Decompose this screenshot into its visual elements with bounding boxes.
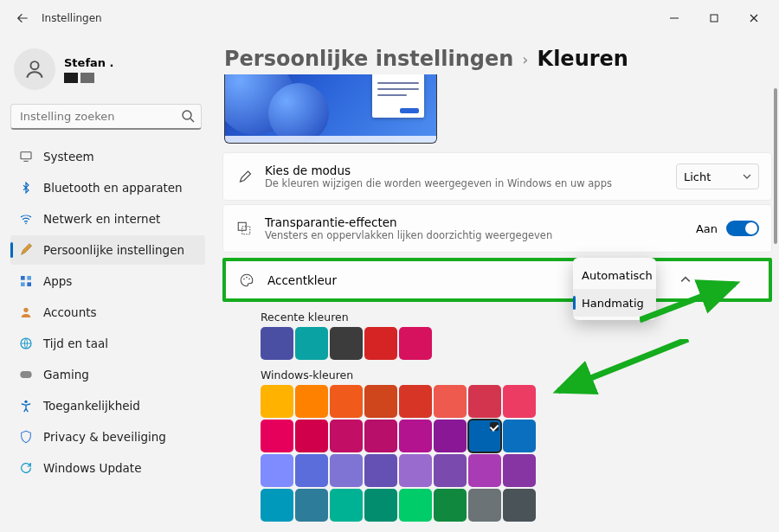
nav-list: SysteemBluetooth en apparatenNetwerk en … bbox=[10, 142, 205, 483]
profile-name: Stefan . bbox=[64, 56, 114, 69]
color-swatch[interactable] bbox=[503, 489, 536, 522]
sidebar-item-update[interactable]: Windows Update bbox=[10, 453, 205, 483]
color-swatch[interactable] bbox=[330, 489, 363, 522]
recent-colors-label: Recente kleuren bbox=[261, 311, 772, 324]
sidebar-item-privacy[interactable]: Privacy & beveiliging bbox=[10, 422, 205, 452]
minimize-button[interactable] bbox=[656, 6, 692, 30]
search-box[interactable] bbox=[10, 104, 202, 130]
color-swatch[interactable] bbox=[295, 454, 328, 487]
sidebar-item-personal[interactable]: Persoonlijke instellingen bbox=[10, 235, 205, 265]
title-bar: Instellingen bbox=[0, 0, 779, 36]
color-swatch[interactable] bbox=[261, 454, 293, 487]
color-swatch[interactable] bbox=[399, 454, 432, 487]
sidebar: Stefan . SysteemBluetooth en apparatenNe… bbox=[0, 36, 212, 532]
color-swatch[interactable] bbox=[330, 385, 363, 418]
sidebar-item-network[interactable]: Netwerk en internet bbox=[10, 204, 205, 234]
person-icon bbox=[19, 305, 33, 319]
color-swatch[interactable] bbox=[261, 327, 293, 360]
card-transparency[interactable]: Transparantie-effecten Vensters en opper… bbox=[222, 204, 772, 253]
color-swatch[interactable] bbox=[434, 420, 467, 452]
card-title: Accentkleur bbox=[267, 273, 337, 287]
person-icon bbox=[23, 58, 46, 80]
color-swatch[interactable] bbox=[261, 420, 293, 452]
maximize-button[interactable] bbox=[696, 6, 732, 30]
card-accent-color[interactable]: Accentkleur AutomatischHandmatig bbox=[222, 258, 772, 302]
color-swatch[interactable] bbox=[503, 385, 536, 418]
svg-rect-5 bbox=[21, 152, 31, 159]
recent-colors-row bbox=[261, 327, 615, 360]
scrollbar-thumb[interactable] bbox=[774, 88, 777, 244]
collapse-chevron[interactable] bbox=[680, 272, 691, 288]
color-swatch[interactable] bbox=[261, 385, 293, 418]
color-swatch[interactable] bbox=[295, 489, 328, 522]
color-swatch[interactable] bbox=[434, 454, 467, 487]
color-swatch[interactable] bbox=[295, 420, 328, 452]
color-swatch[interactable] bbox=[330, 420, 363, 452]
svg-line-4 bbox=[190, 119, 194, 122]
svg-point-18 bbox=[243, 278, 245, 279]
color-swatch[interactable] bbox=[468, 385, 501, 418]
chevron-right-icon: › bbox=[522, 50, 528, 68]
color-swatch[interactable] bbox=[399, 327, 432, 360]
color-swatch[interactable] bbox=[399, 385, 432, 418]
minimize-icon bbox=[670, 14, 679, 22]
search-icon bbox=[181, 109, 195, 126]
display-icon bbox=[19, 150, 33, 163]
search-input[interactable] bbox=[10, 104, 202, 130]
card-title: Transparantie-effecten bbox=[265, 215, 552, 229]
color-swatch[interactable] bbox=[399, 420, 432, 452]
card-title: Kies de modus bbox=[265, 163, 612, 177]
color-swatch[interactable] bbox=[330, 327, 363, 360]
sidebar-item-bt[interactable]: Bluetooth en apparaten bbox=[10, 173, 205, 202]
back-button[interactable] bbox=[7, 3, 38, 34]
color-swatch[interactable] bbox=[468, 489, 501, 522]
color-swatch[interactable] bbox=[468, 420, 501, 452]
sidebar-item-apps[interactable]: Apps bbox=[10, 266, 205, 296]
svg-rect-11 bbox=[27, 282, 31, 286]
color-swatch[interactable] bbox=[399, 489, 432, 522]
svg-point-7 bbox=[25, 223, 27, 225]
color-swatch[interactable] bbox=[434, 489, 467, 522]
sidebar-item-gaming[interactable]: Gaming bbox=[10, 360, 205, 389]
sidebar-item-label: Toegankelijkheid bbox=[43, 399, 140, 413]
brush-icon bbox=[235, 169, 253, 184]
mode-select-value: Licht bbox=[684, 170, 711, 183]
close-button[interactable] bbox=[736, 6, 772, 30]
svg-rect-9 bbox=[27, 276, 31, 280]
brush-icon bbox=[19, 243, 33, 257]
transparency-icon bbox=[235, 221, 253, 236]
color-swatch[interactable] bbox=[468, 454, 501, 487]
sidebar-item-accounts[interactable]: Accounts bbox=[10, 298, 205, 327]
card-choose-mode[interactable]: Kies de modus De kleuren wijzigen die wo… bbox=[222, 152, 772, 201]
windows-colors-grid bbox=[261, 385, 546, 522]
breadcrumb-parent[interactable]: Persoonlijke instellingen bbox=[224, 47, 513, 71]
color-swatch[interactable] bbox=[295, 385, 328, 418]
sidebar-item-access[interactable]: Toegankelijkheid bbox=[10, 391, 205, 420]
color-swatch[interactable] bbox=[364, 327, 397, 360]
main-panel: Persoonlijke instellingen › Kleuren Kies… bbox=[212, 36, 779, 532]
svg-rect-8 bbox=[21, 276, 25, 280]
color-swatch[interactable] bbox=[503, 420, 536, 452]
sidebar-item-time[interactable]: Tijd en taal bbox=[10, 329, 205, 358]
color-swatch[interactable] bbox=[364, 385, 397, 418]
windows-colors-label: Windows-kleuren bbox=[261, 369, 772, 381]
transparency-toggle[interactable] bbox=[726, 221, 759, 236]
color-swatch[interactable] bbox=[364, 454, 397, 487]
profile-block[interactable]: Stefan . bbox=[10, 43, 205, 100]
bluetooth-icon bbox=[19, 181, 33, 195]
accent-mode-dropdown: AutomatischHandmatig bbox=[573, 258, 656, 320]
color-swatch[interactable] bbox=[364, 489, 397, 522]
dropdown-option[interactable]: Automatisch bbox=[573, 261, 656, 289]
color-swatch[interactable] bbox=[295, 327, 328, 360]
color-swatch[interactable] bbox=[434, 385, 467, 418]
color-swatch[interactable] bbox=[503, 454, 536, 487]
sidebar-item-system[interactable]: Systeem bbox=[10, 142, 205, 171]
maximize-icon bbox=[710, 14, 718, 22]
mode-select[interactable]: Licht bbox=[676, 163, 759, 189]
color-swatch[interactable] bbox=[330, 454, 363, 487]
color-swatch[interactable] bbox=[261, 489, 293, 522]
dropdown-option[interactable]: Handmatig bbox=[573, 289, 656, 317]
color-swatch[interactable] bbox=[364, 420, 397, 452]
shield-icon bbox=[19, 430, 33, 444]
palette-icon bbox=[238, 272, 255, 288]
